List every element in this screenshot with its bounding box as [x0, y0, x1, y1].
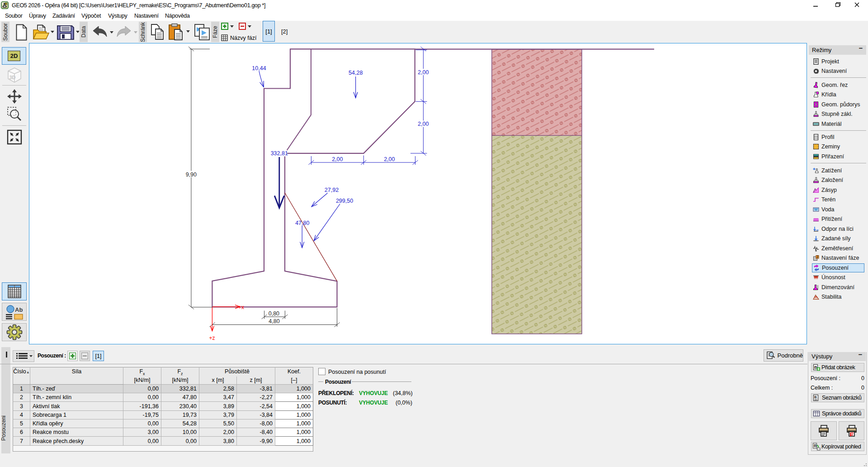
svg-text:Ab: Ab — [15, 306, 23, 313]
svg-text:B: B — [814, 443, 816, 448]
svg-text:+x: +x — [238, 304, 244, 310]
svg-text:54,28: 54,28 — [349, 70, 363, 76]
svg-text:+z: +z — [209, 335, 215, 341]
svg-text:2: 2 — [816, 255, 818, 258]
svg-text:B: B — [814, 365, 817, 370]
svg-text:332,81: 332,81 — [271, 150, 288, 157]
svg-text:4,80: 4,80 — [269, 318, 279, 324]
svg-text:2,00: 2,00 — [332, 156, 343, 162]
svg-text:0,80: 0,80 — [269, 310, 279, 317]
svg-text:27,92: 27,92 — [325, 187, 339, 193]
svg-text:47,80: 47,80 — [295, 220, 309, 226]
svg-text:B: B — [814, 395, 817, 399]
svg-text:10,44: 10,44 — [252, 65, 266, 71]
svg-text:2,00: 2,00 — [418, 69, 429, 76]
svg-text:299,50: 299,50 — [336, 198, 353, 204]
svg-text:2,00: 2,00 — [384, 156, 395, 162]
svg-text:2,00: 2,00 — [418, 121, 429, 127]
svg-text:3D: 3D — [9, 75, 16, 80]
svg-text:9,90: 9,90 — [186, 172, 197, 178]
